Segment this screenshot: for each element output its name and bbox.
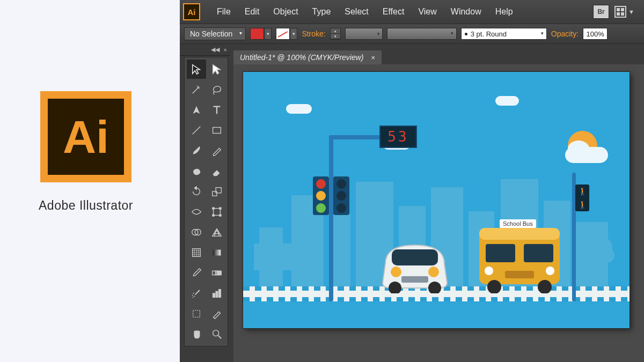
paintbrush-tool[interactable] [187, 141, 206, 160]
hand-tool[interactable] [187, 324, 206, 344]
menu-help[interactable]: Help [488, 5, 520, 19]
svg-rect-15 [213, 293, 215, 297]
lasso-tool[interactable] [207, 80, 226, 99]
tree-shape [585, 226, 614, 286]
variable-width-profile[interactable] [387, 28, 457, 40]
opacity-value[interactable]: 100% [583, 28, 608, 40]
fill-swatch[interactable] [250, 28, 264, 40]
slice-tool[interactable] [207, 304, 226, 323]
svg-point-33 [546, 267, 554, 275]
menu-view[interactable]: View [411, 5, 443, 19]
close-panel-icon[interactable]: × [224, 47, 227, 53]
document-tab-title: Untitled-1* @ 100% (CMYK/Preview) [240, 53, 364, 62]
svg-point-38 [599, 248, 614, 263]
billboard-shape [254, 243, 302, 286]
mesh-tool[interactable] [187, 243, 206, 262]
stroke-weight-dropdown[interactable] [345, 28, 383, 40]
ai-logo-text: Ai [63, 114, 109, 160]
svg-point-23 [391, 267, 401, 277]
svg-point-4 [213, 208, 215, 210]
menu-select[interactable]: Select [338, 5, 375, 19]
car-shape [375, 234, 455, 295]
selection-tool[interactable] [187, 60, 206, 79]
menu-type[interactable]: Type [305, 5, 338, 19]
svg-point-6 [213, 215, 215, 217]
zoom-tool[interactable] [207, 324, 226, 344]
type-tool[interactable] [207, 100, 226, 120]
document-tab[interactable]: Untitled-1* @ 100% (CMYK/Preview) × [233, 50, 382, 64]
pencil-tool[interactable] [207, 141, 226, 160]
eyedropper-tool[interactable] [187, 263, 206, 283]
canvas-area[interactable]: 53 🚶 🚶 [233, 64, 644, 362]
promo-panel: Ai Adobe Illustrator [0, 0, 180, 362]
panel-strip: ◀◀ × [180, 44, 230, 56]
svg-rect-20 [392, 249, 438, 265]
menu-file[interactable]: File [210, 5, 238, 19]
svg-rect-14 [217, 271, 221, 275]
direct-selection-tool[interactable] [207, 60, 226, 79]
close-tab-icon[interactable]: × [371, 54, 376, 62]
svg-point-37 [585, 248, 600, 263]
collapse-panel-icon[interactable]: ◀◀ [211, 46, 219, 53]
svg-rect-28 [486, 244, 515, 262]
svg-point-30 [487, 280, 501, 293]
selection-indicator[interactable]: No Selection [184, 27, 246, 40]
menu-effect[interactable]: Effect [376, 5, 412, 19]
document-tab-bar: Untitled-1* @ 100% (CMYK/Preview) × [233, 49, 644, 64]
svg-point-32 [485, 267, 493, 275]
artboard-tool[interactable] [187, 304, 206, 323]
svg-rect-12 [213, 271, 216, 275]
menu-edit[interactable]: Edit [238, 5, 267, 19]
magic-wand-tool[interactable] [187, 80, 206, 99]
bridge-button[interactable]: Br [593, 5, 609, 19]
artboard[interactable]: 53 🚶 🚶 [243, 72, 630, 328]
svg-point-24 [428, 267, 439, 277]
rectangle-tool[interactable] [207, 121, 226, 140]
svg-rect-16 [216, 291, 218, 297]
tools-panel [184, 57, 228, 346]
svg-rect-25 [401, 276, 428, 283]
svg-rect-18 [193, 311, 200, 317]
blob-brush-tool[interactable] [187, 161, 206, 181]
traffic-light-right [333, 176, 349, 215]
svg-point-7 [219, 215, 222, 217]
blend-tool[interactable] [207, 263, 226, 283]
rotate-tool[interactable] [187, 182, 206, 201]
bus-shape: School Bus [474, 218, 565, 295]
app-icon[interactable]: Ai [183, 3, 200, 20]
symbol-sprayer-tool[interactable] [187, 284, 206, 303]
scale-tool[interactable] [207, 182, 226, 201]
line-segment-tool[interactable] [187, 121, 206, 140]
svg-rect-29 [524, 244, 553, 262]
menu-window[interactable]: Window [444, 5, 488, 19]
eraser-tool[interactable] [207, 161, 226, 181]
brush-definition[interactable]: 3 pt. Round [461, 28, 547, 40]
pedestrian-light: 🚶 🚶 [575, 184, 589, 211]
stroke-swatch[interactable] [276, 28, 290, 40]
menu-object[interactable]: Object [266, 5, 305, 19]
traffic-light-left [313, 176, 329, 215]
opacity-label: Opacity: [551, 29, 579, 38]
width-tool[interactable] [187, 202, 206, 221]
svg-rect-34 [505, 271, 534, 278]
product-name: Adobe Illustrator [16, 198, 156, 213]
countdown-display: 53 [379, 125, 417, 148]
workspace-switcher[interactable]: ▼ [614, 6, 634, 18]
svg-rect-35 [598, 258, 602, 285]
stroke-weight-spinner[interactable]: ▲▼ [330, 28, 341, 40]
perspective-grid-tool[interactable] [207, 223, 226, 242]
workspace-icon [614, 6, 626, 18]
pen-tool[interactable] [187, 100, 206, 120]
free-transform-tool[interactable] [207, 202, 226, 221]
stroke-label: Stroke: [302, 29, 325, 38]
stroke-dropdown[interactable]: ▾ [290, 28, 297, 40]
svg-rect-17 [219, 290, 221, 298]
ped-go-icon: 🚶 [575, 198, 589, 211]
menubar: Ai File Edit Object Type Select Effect V… [180, 0, 644, 24]
gradient-tool[interactable] [207, 243, 226, 262]
shape-builder-tool[interactable] [187, 223, 206, 242]
svg-rect-27 [479, 228, 560, 240]
column-graph-tool[interactable] [207, 284, 226, 303]
fill-dropdown[interactable]: ▾ [264, 28, 272, 40]
svg-point-31 [538, 280, 552, 293]
